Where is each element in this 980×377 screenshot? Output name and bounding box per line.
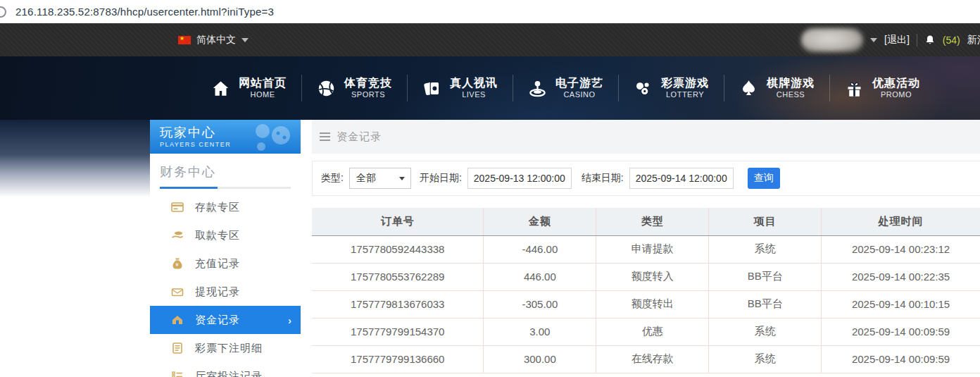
main-nav: 网站首页 HOME 体育竞技 SPORTS 真人视讯 [0, 56, 980, 120]
spade-icon [739, 79, 758, 98]
col-amount: 金额 [484, 208, 596, 235]
nav-item-chess[interactable]: 棋牌游戏 CHESS [724, 76, 829, 100]
cell-order-no: 1757779799154370 [312, 318, 484, 345]
sidebar: 玩家中心 PLAYERS CENTER 财务中心 [150, 120, 301, 377]
sidebar-item-label: 充值记录 [195, 257, 240, 271]
bell-icon[interactable] [924, 35, 936, 46]
nav-item-home[interactable]: 网站首页 HOME [196, 76, 301, 100]
search-button[interactable]: 查询 [748, 168, 780, 189]
banner: 网站首页 HOME 体育竞技 SPORTS 真人视讯 [0, 56, 980, 120]
cell-project: BB平台 [709, 290, 822, 318]
end-date-input[interactable] [629, 168, 734, 189]
deposit-card-icon [171, 201, 184, 214]
logout-button[interactable]: [退出] [884, 34, 910, 47]
nav-en: CASINO [563, 90, 595, 100]
nav-zh: 体育竞技 [344, 76, 392, 90]
sidebar-item-recharge-records[interactable]: ¥ 充值记录 [150, 249, 301, 278]
sidebar-item-label: 存款专区 [195, 201, 240, 214]
language-selector[interactable]: ★ 简体中文 [178, 23, 249, 56]
gamepad-watermark-icon [250, 123, 295, 151]
basketball-icon [317, 79, 336, 98]
sidebar-item-fund-records[interactable]: 资金记录 › [150, 306, 301, 334]
cell-process-time: 2025-09-14 00:09:59 [822, 318, 980, 345]
type-select[interactable]: 全部 [349, 168, 411, 189]
cell-amount: -446.00 [484, 235, 596, 263]
cell-type: 申请提款 [596, 235, 709, 263]
main-content: 资金记录 类型: 全部 开始日期: 结束日期: 查询 [301, 120, 980, 377]
nav-zh: 电子游艺 [555, 76, 603, 90]
sidebar-menu: 存款专区 取款专区 ¥ 充值记录 [150, 189, 301, 377]
nav-item-lottery[interactable]: 彩票游戏 LOTTERY [619, 76, 724, 100]
left-margin [0, 120, 150, 377]
sidebar-section: 财务中心 [150, 154, 301, 189]
page-body: 玩家中心 PLAYERS CENTER 财务中心 [0, 120, 980, 377]
table-row: 1757779813676033 -305.00 额度转出 BB平台 2025-… [312, 290, 980, 318]
cell-process-time: 2025-09-14 00:09:59 [822, 345, 980, 373]
cell-amount: -305.00 [484, 290, 596, 318]
sidebar-item-room-bet-records[interactable]: 厅室投注记录 [150, 362, 301, 377]
account-chevron-down-icon[interactable] [870, 38, 877, 42]
nav-en: SPORTS [351, 90, 385, 100]
language-label[interactable]: 简体中文 [196, 34, 236, 47]
type-select-value: 全部 [356, 172, 376, 185]
nav-item-sports[interactable]: 体育竞技 SPORTS [302, 76, 407, 100]
nav-en: CHESS [777, 90, 805, 100]
sidebar-item-deposit[interactable]: 存款专区 [150, 193, 301, 221]
nav-en: PROMO [881, 90, 912, 100]
nav-zh: 网站首页 [239, 76, 287, 90]
sidebar-item-withdrawal-records[interactable]: 提现记录 [150, 278, 301, 306]
funds-record-icon [171, 314, 184, 326]
top-utility-bar: ★ 简体中文 [退出] (54) 新消息 [0, 23, 980, 56]
fund-records-table: 订单号 金额 类型 项目 处理时间 1757780592443338 -446.… [312, 208, 980, 373]
hamburger-icon[interactable] [320, 132, 330, 141]
col-type: 类型 [596, 208, 709, 235]
nav-item-casino[interactable]: 电子游艺 CASINO [513, 76, 618, 100]
withdraw-hand-icon [171, 229, 184, 242]
message-count-badge[interactable]: (54) [943, 35, 960, 46]
cell-project: 系统 [709, 318, 822, 345]
nav-en: LOTTERY [666, 90, 704, 100]
nav-zh: 彩票游戏 [661, 76, 709, 90]
site-info-icon[interactable] [0, 6, 6, 18]
chevron-right-icon: › [288, 314, 292, 326]
cell-process-time: 2025-09-14 00:22:35 [822, 263, 980, 290]
cell-type: 优惠 [596, 318, 709, 345]
section-label: 财务中心 [160, 163, 291, 187]
breadcrumb: 资金记录 [312, 120, 980, 154]
chevron-down-icon[interactable] [241, 38, 249, 42]
cell-type: 额度转出 [596, 290, 709, 318]
table-row: 1757779799136660 300.00 在线存款 系统 2025-09-… [312, 345, 980, 373]
svg-text:¥: ¥ [176, 262, 180, 267]
filter-panel: 类型: 全部 开始日期: 结束日期: 查询 [312, 161, 980, 196]
cash-envelope-icon [171, 285, 184, 298]
url-text[interactable]: 216.118.235.52:8783/hhcp/usercenter.html… [15, 6, 274, 18]
cell-type: 额度转入 [596, 263, 709, 290]
browser-address-bar[interactable]: 216.118.235.52:8783/hhcp/usercenter.html… [0, 0, 980, 23]
start-date-input[interactable] [467, 168, 572, 189]
cell-amount: 300.00 [484, 345, 596, 373]
sidebar-item-withdraw[interactable]: 取款专区 [150, 221, 301, 249]
nav-item-lives[interactable]: 真人视讯 LIVES [408, 76, 513, 100]
cell-order-no: 1757779799136660 [312, 345, 484, 373]
type-label: 类型: [321, 172, 344, 185]
breadcrumb-label: 资金记录 [337, 130, 382, 144]
nav-zh: 优惠活动 [872, 76, 920, 90]
account-bar: [退出] (54) 新消息 [801, 23, 980, 56]
sidebar-item-label: 彩票下注明细 [195, 342, 263, 355]
new-messages-link[interactable]: 新消息 [967, 34, 980, 47]
cell-amount: 3.00 [484, 318, 596, 345]
china-flag-icon: ★ [178, 36, 191, 44]
username-blurred[interactable] [801, 28, 863, 52]
cell-process-time: 2025-09-14 00:23:12 [822, 235, 980, 263]
start-date-label: 开始日期: [420, 172, 462, 185]
cell-order-no: 1757779813676033 [312, 290, 484, 318]
sidebar-header: 玩家中心 PLAYERS CENTER [150, 120, 301, 154]
nav-en: LIVES [462, 90, 486, 100]
moneybag-icon: ¥ [171, 257, 184, 270]
sidebar-item-lottery-bet-details[interactable]: 彩票下注明细 [150, 334, 301, 362]
sidebar-item-label: 取款专区 [195, 229, 240, 242]
sidebar-item-label: 提现记录 [195, 285, 240, 299]
nav-en: HOME [251, 90, 275, 100]
cell-project: 系统 [709, 235, 822, 263]
nav-item-promo[interactable]: 优惠活动 PROMO [830, 76, 935, 100]
